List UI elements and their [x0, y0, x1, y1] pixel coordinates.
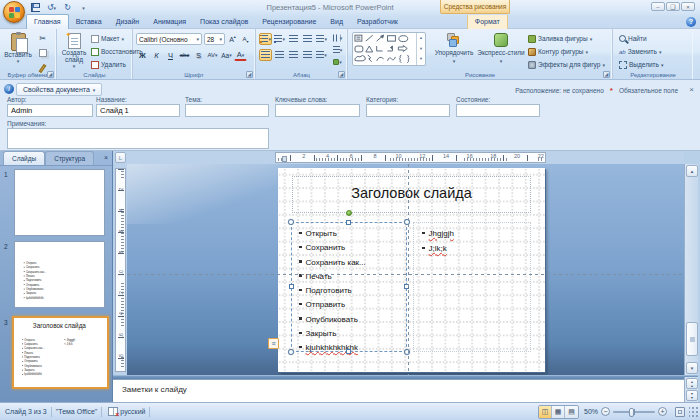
zoom-in-button[interactable]: +	[658, 407, 667, 416]
quick-styles-button[interactable]: Экспресс-стили▾	[476, 30, 526, 64]
dialog-launcher-icon[interactable]: ◢	[603, 71, 610, 78]
bullet-item[interactable]: Отправить	[299, 298, 406, 312]
restore-button[interactable]: ❑	[666, 2, 680, 11]
customize-qat-button[interactable]: ▾	[77, 2, 90, 13]
numbering-button[interactable]: ▾	[273, 33, 286, 45]
bullet-item[interactable]: Закрыть	[299, 327, 406, 341]
bold-button[interactable]: Ж	[136, 49, 149, 61]
font-size-combo[interactable]: 28▾	[204, 33, 225, 45]
scroll-up-icon[interactable]: ▲	[686, 165, 698, 177]
align-right-button[interactable]	[287, 49, 300, 61]
align-center-button[interactable]	[273, 49, 286, 61]
save-button[interactable]	[29, 2, 42, 13]
slideshow-button[interactable]: ▤	[565, 406, 578, 418]
notes-placeholder[interactable]: Заметки к слайду	[122, 385, 684, 394]
shape-effects-button[interactable]: Эффекты для фигур▾	[528, 59, 605, 70]
gallery-more-icon[interactable]: ▼	[417, 54, 425, 65]
shape-outline-button[interactable]: Контур фигуры▾	[528, 46, 605, 57]
tab-view[interactable]: Вид	[323, 15, 350, 29]
shrink-font-button[interactable]: А▾	[240, 33, 251, 45]
align-left-button[interactable]	[259, 49, 272, 61]
resize-handle[interactable]	[346, 220, 351, 225]
status-field[interactable]	[456, 104, 540, 117]
resize-grip[interactable]	[689, 406, 699, 418]
paste-button[interactable]: Вставить▾	[3, 31, 33, 64]
increase-indent-button[interactable]	[301, 33, 314, 45]
tab-insert[interactable]: Вставка	[69, 15, 109, 29]
tab-format[interactable]: Формат	[468, 15, 507, 29]
new-slide-button[interactable]: ✦ Создать слайд▾	[58, 31, 90, 69]
tab-animation[interactable]: Анимация	[146, 15, 193, 29]
gallery-scroll[interactable]: ▲ ▼ ▼	[416, 33, 425, 65]
notes-pane[interactable]: Заметки к слайду	[113, 379, 684, 402]
bullet-item-misspelled[interactable]: J;lk;k	[422, 241, 530, 256]
rotate-handle[interactable]	[346, 210, 352, 216]
bullet-item[interactable]: Сохранить как...	[299, 256, 406, 270]
close-button[interactable]: ×	[681, 2, 695, 11]
slide-thumbnail-1[interactable]	[14, 169, 105, 236]
bullet-item[interactable]: Открыть	[299, 227, 406, 241]
tab-developer[interactable]: Разработчик	[350, 15, 405, 29]
fit-to-window-button[interactable]	[675, 407, 685, 417]
help-icon[interactable]: ?	[686, 17, 696, 27]
dialog-launcher-icon[interactable]: ◢	[338, 71, 345, 78]
redo-button[interactable]: ↻	[61, 2, 74, 13]
subject-field[interactable]	[185, 104, 269, 117]
select-button[interactable]: Выделить▾	[619, 59, 664, 70]
font-color-button[interactable]: А▾	[234, 49, 247, 61]
minimize-button[interactable]: –	[651, 2, 665, 11]
zoom-slider[interactable]	[613, 411, 655, 413]
keywords-field[interactable]	[275, 104, 360, 117]
arrange-button[interactable]: Упорядочить▾	[432, 30, 476, 64]
slide-sorter-button[interactable]: ▦	[552, 406, 565, 418]
zoom-level[interactable]: 50%	[584, 408, 598, 415]
comments-field[interactable]	[7, 128, 269, 149]
bullet-item[interactable]: Опубликовать	[299, 313, 406, 327]
undo-button[interactable]: ↺▾	[45, 2, 58, 13]
horizontal-guide[interactable]	[127, 274, 684, 275]
autofit-options-button[interactable]: ≡	[268, 338, 279, 349]
cut-button[interactable]: ✂	[36, 32, 49, 44]
close-panel-icon[interactable]: ×	[104, 151, 108, 165]
scroll-down-icon[interactable]: ▼	[417, 44, 425, 55]
slide-thumbnail-3-selected[interactable]: Заголовок слайда ОткрытьСохранить Сохран…	[12, 316, 109, 389]
normal-view-button[interactable]: ◫	[539, 406, 552, 418]
columns-button[interactable]: ▾	[315, 49, 328, 61]
underline-button[interactable]: Ч	[164, 49, 177, 61]
bullet-item[interactable]: Печать	[299, 270, 406, 284]
bullet-item-misspelled[interactable]: Jhgjgjh	[422, 226, 530, 241]
scroll-down-icon[interactable]: ▼	[686, 362, 698, 374]
dialog-launcher-icon[interactable]: ◢	[47, 71, 54, 78]
copy-button[interactable]	[36, 47, 49, 59]
content-placeholder-selected[interactable]: Открыть Сохранить Сохранить как... Печат…	[291, 222, 407, 352]
document-properties-button[interactable]: Свойства документа▾	[16, 83, 102, 96]
replace-button[interactable]: abЗаменить▾	[619, 46, 664, 57]
slide[interactable]: Заголовок слайда Открыть Сохранить Сохра…	[278, 168, 545, 372]
indent-marker[interactable]	[282, 156, 287, 162]
resize-handle[interactable]	[289, 284, 294, 289]
font-name-combo[interactable]: Calibri (Основно▾	[136, 33, 202, 45]
grow-font-button[interactable]: А▴	[227, 33, 238, 45]
tab-outline[interactable]: Структура	[45, 151, 94, 165]
strikethrough-button[interactable]: abc	[178, 49, 191, 61]
content-placeholder-right[interactable]: Jhgjgjh J;lk;k	[413, 222, 531, 352]
zoom-slider-thumb[interactable]	[629, 408, 634, 417]
text-direction-button[interactable]: ▾	[331, 32, 344, 43]
zoom-out-button[interactable]: −	[601, 407, 610, 416]
spellcheck-icon[interactable]	[108, 407, 118, 416]
tab-design[interactable]: Дизайн	[109, 15, 147, 29]
title-placeholder[interactable]: Заголовок слайда	[292, 176, 531, 213]
scrollbar-thumb[interactable]	[686, 322, 698, 356]
next-slide-button[interactable]: ▼▼	[686, 390, 698, 401]
scroll-up-icon[interactable]: ▲	[417, 33, 425, 44]
slide-title[interactable]: Заголовок слайда	[293, 185, 530, 201]
character-spacing-button[interactable]: AV▾	[206, 49, 219, 61]
bullet-item[interactable]: Подготовить	[299, 284, 406, 298]
resize-handle[interactable]	[288, 349, 294, 355]
tab-slides[interactable]: Слайды	[3, 151, 45, 165]
shapes-gallery[interactable]: ▲ ▼ ▼	[352, 32, 426, 66]
justify-button[interactable]	[301, 49, 314, 61]
resize-handle[interactable]	[404, 219, 410, 225]
resize-handle[interactable]	[288, 219, 294, 225]
convert-smartart-button[interactable]: ▾	[331, 56, 344, 67]
